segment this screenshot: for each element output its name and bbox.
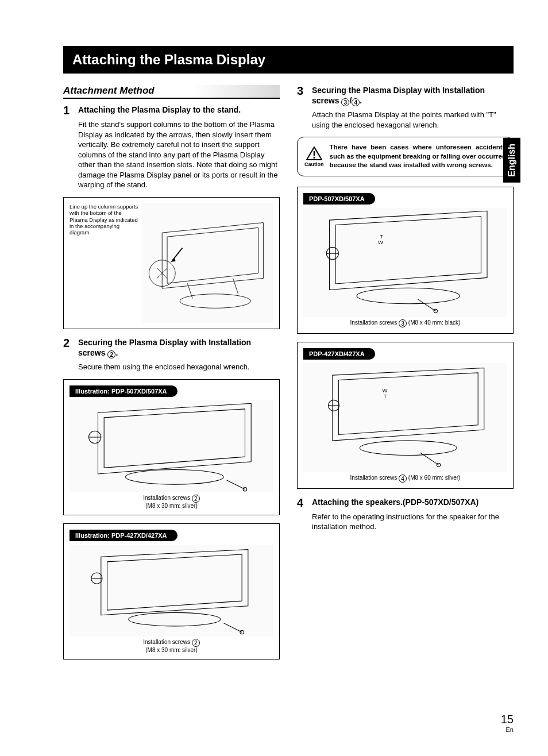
step-1-title: Attaching the Plasma Display to the stan… [78, 105, 241, 116]
svg-point-41 [437, 463, 440, 466]
step-2-title: Securing the Plasma Display with Install… [78, 337, 280, 358]
step-3-body: Attach the Plasma Display at the points … [312, 110, 514, 130]
step-3-diagram-a: T W [303, 208, 507, 317]
svg-marker-7 [98, 403, 252, 474]
page-number-value: 15 [501, 713, 514, 726]
svg-text:T: T [380, 233, 383, 240]
svg-point-35 [360, 441, 457, 455]
svg-line-31 [418, 299, 436, 311]
step-2-diagram-b [70, 545, 273, 637]
svg-point-32 [434, 309, 437, 313]
step-1-body: Fit the stand's support columns to the b… [78, 119, 280, 190]
svg-marker-15 [107, 554, 242, 610]
step-1-figure-note: Line up the column supports with the bot… [70, 203, 138, 323]
securing-427-diagram-icon [70, 545, 273, 637]
step-3-figure-b-caption: Installation screws 4 (M8 x 60 mm: silve… [303, 475, 507, 483]
caution-text: There have been cases where unforeseen a… [330, 143, 507, 170]
step-2-figure-a-caption: Installation screws 2 (M8 x 30 mm: silve… [70, 495, 273, 509]
step-2-figure-b-caption: Installation screws 2 (M8 x 30 mm: silve… [70, 639, 273, 653]
step-1-number: 1 [63, 105, 74, 116]
step-1-diagram [142, 203, 273, 323]
step-2-figure-b-tag: Illustration: PDP-427XD/427XA [70, 530, 177, 541]
warning-triangle-icon [306, 146, 322, 160]
step-2-header: 2 Securing the Plasma Display with Insta… [63, 337, 280, 358]
install-427-diagram-icon: W T [303, 363, 507, 472]
svg-marker-14 [101, 549, 248, 615]
securing-507-diagram-icon [70, 400, 273, 492]
page-number: 15 En [501, 713, 514, 733]
step-2-figure-a: Illustration: PDP-507XD/507XA Installati [63, 379, 280, 515]
svg-marker-34 [338, 373, 478, 435]
svg-line-19 [223, 623, 242, 632]
svg-point-16 [129, 612, 221, 626]
svg-text:T: T [384, 393, 387, 399]
svg-point-26 [357, 288, 460, 303]
step-3-figure-a-caption: Installation screws 3 (M8 x 40 mm: black… [303, 319, 507, 327]
step-2-figure-b: Illustration: PDP-427XD/427XA Installati [63, 523, 280, 659]
step-3-figure-a: PDP-507XD/507XA T W [297, 187, 514, 334]
right-column: 3 Securing the Plasma Display with Insta… [297, 85, 514, 668]
step-3-title: Securing the Plasma Display with Install… [312, 85, 514, 106]
svg-point-9 [126, 469, 224, 484]
svg-point-20 [240, 630, 244, 634]
section-heading: Attachment Method [63, 85, 280, 99]
caution-box: Caution There have been cases where unfo… [297, 137, 514, 176]
svg-line-12 [227, 480, 245, 489]
step-2-body: Secure them using the enclosed hexagonal… [78, 362, 280, 372]
svg-text:W: W [382, 387, 387, 393]
step-3-header: 3 Securing the Plasma Display with Insta… [297, 85, 514, 106]
step-2-number: 2 [63, 337, 74, 358]
step-4-header: 4 Attaching the speakers.(PDP-507XD/507X… [297, 497, 514, 508]
content-columns: Attachment Method 1 Attaching the Plasma… [63, 85, 514, 668]
svg-line-3 [233, 278, 238, 293]
step-3-figure-b-tag: PDP-427XD/427XA [303, 348, 375, 360]
step-4-title: Attaching the speakers.(PDP-507XD/507XA) [312, 497, 478, 508]
install-507-diagram-icon: T W [303, 208, 507, 317]
step-3-diagram-b: W T [303, 363, 507, 472]
page-title: Attaching the Plasma Display [72, 52, 265, 67]
left-column: Attachment Method 1 Attaching the Plasma… [63, 85, 280, 668]
step-1-header: 1 Attaching the Plasma Display to the st… [63, 105, 280, 116]
svg-marker-25 [335, 217, 481, 284]
svg-point-4 [180, 294, 250, 308]
step-3-figure-b: PDP-427XD/427XA W T [297, 342, 514, 489]
svg-point-13 [243, 487, 246, 491]
step-2-figure-a-tag: Illustration: PDP-507XD/507XA [70, 385, 177, 397]
step-3-figure-a-tag: PDP-507XD/507XA [303, 193, 375, 205]
svg-marker-1 [167, 227, 258, 283]
page-number-lang: En [501, 726, 514, 733]
page-title-bar: Attaching the Plasma Display [63, 46, 514, 74]
language-tab: English [503, 138, 520, 183]
svg-text:W: W [378, 239, 383, 245]
step-3-number: 3 [297, 85, 307, 106]
plasma-stand-diagram-icon [142, 203, 273, 323]
step-2-diagram-a [70, 400, 273, 492]
step-4-body: Refer to the operating instructions for … [312, 512, 514, 532]
svg-point-23 [313, 156, 315, 158]
caution-icon: Caution [304, 146, 324, 167]
svg-marker-8 [104, 408, 245, 467]
step-1-figure: Line up the column supports with the bot… [63, 197, 280, 329]
step-4-number: 4 [297, 497, 307, 508]
